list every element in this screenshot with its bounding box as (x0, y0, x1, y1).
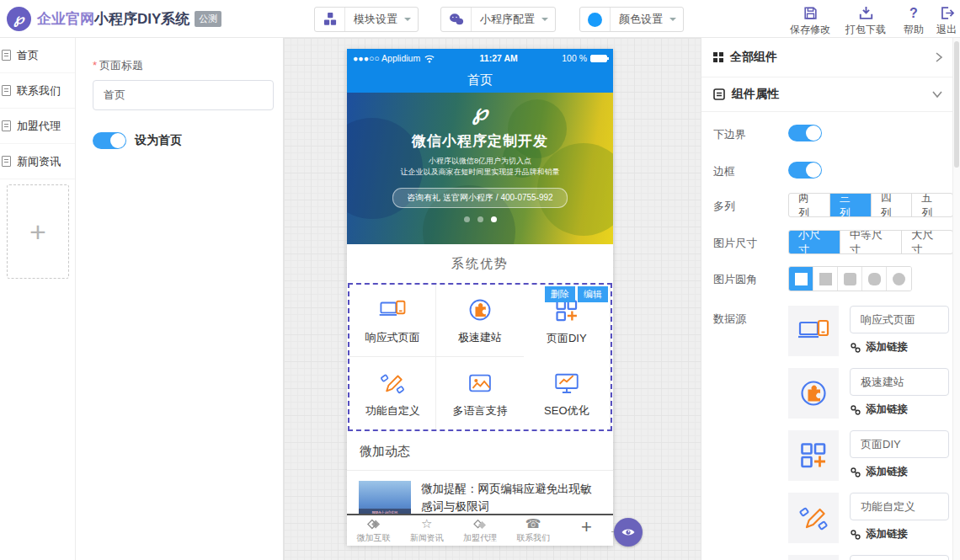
bottom-border-label: 下边界 (713, 127, 746, 142)
radius-option-medium[interactable] (862, 267, 887, 291)
battery-icon (590, 55, 607, 62)
exit-label: 退出 (933, 23, 960, 37)
phone-icon: ☎ (525, 517, 541, 531)
custom-function-icon (378, 369, 407, 397)
tab-agency[interactable]: 加盟代理 (453, 517, 506, 544)
sidebar-item-label: 首页 (17, 48, 39, 63)
set-home-toggle[interactable] (93, 132, 126, 149)
custom-function-icon (788, 493, 839, 543)
sidebar-item-contact[interactable]: 联系我们 (0, 73, 75, 109)
sidebar-item-label: 加盟代理 (17, 119, 61, 134)
tab-contact[interactable]: ☎ 联系我们 (507, 517, 560, 544)
columns-option-3-selected[interactable]: 三列 (830, 194, 872, 216)
plus-icon: + (29, 216, 46, 248)
page-icon (2, 120, 11, 131)
datasource-title-input[interactable] (850, 555, 949, 560)
columns-option-5[interactable]: 五列 (912, 194, 952, 216)
image-size-small-selected[interactable]: 小尺寸 (789, 231, 840, 253)
radius-option-small[interactable] (838, 267, 862, 291)
save-icon (786, 4, 835, 21)
add-link-button[interactable]: 添加链接 (850, 465, 908, 479)
feature-cell-speed[interactable]: 极速建站 (436, 285, 523, 357)
columns-option-4[interactable]: 四列 (872, 194, 913, 216)
help-label: 帮助 (898, 23, 930, 37)
datasource-item-partial (788, 555, 950, 560)
help-button[interactable]: ? 帮助 (898, 4, 930, 37)
all-components-header[interactable]: 全部组件 (701, 38, 953, 77)
datasource-title-input[interactable] (850, 493, 949, 520)
sidebar-item-news[interactable]: 新闻资讯 (0, 144, 75, 179)
add-link-button[interactable]: 添加链接 (850, 403, 908, 417)
image-size-medium[interactable]: 中等尺寸 (840, 231, 902, 253)
bottom-border-toggle[interactable] (788, 125, 822, 141)
help-icon: ? (898, 4, 930, 21)
design-canvas: ●●●○○ Applidium 11:27 AM 100 % 首页 ℘ 微信小程… (284, 38, 701, 560)
feature-cell-responsive[interactable]: 响应式页面 (349, 285, 436, 357)
feature-cell-language[interactable]: 多语言支持 (436, 357, 523, 429)
carousel-dots[interactable] (347, 216, 613, 222)
sidebar-item-label: 联系我们 (17, 83, 61, 99)
sidebar-item-agency[interactable]: 加盟代理 (0, 109, 75, 144)
datasource-title-input[interactable] (850, 368, 949, 396)
download-button[interactable]: 打包下载 (841, 4, 890, 37)
star-icon: ☆ (421, 517, 432, 531)
list-icon (713, 88, 725, 100)
save-button[interactable]: 保存修改 (786, 4, 835, 37)
required-mark: * (93, 59, 97, 72)
columns-segmented-control: 两列 三列 四列 五列 (788, 193, 953, 217)
module-settings-button[interactable]: 模块设置 (314, 7, 419, 32)
tags-icon (472, 517, 488, 531)
tab-home[interactable]: 微加互联 (347, 517, 400, 544)
add-page-button[interactable]: + (7, 184, 69, 279)
page-title-input[interactable] (93, 80, 274, 110)
add-link-button[interactable]: 添加链接 (850, 340, 908, 355)
color-settings-button[interactable]: 颜色设置 (579, 7, 684, 32)
multi-language-icon (788, 555, 839, 560)
feature-cell-custom[interactable]: 功能自定义 (349, 357, 436, 429)
advantages-section-title: 系统优势 (347, 244, 613, 283)
app-logo-icon: ℘ (7, 7, 31, 31)
banner-cta-pill: 咨询有礼 送官网小程序 / 400-0755-992 (392, 188, 567, 208)
color-settings-label: 颜色设置 (611, 12, 669, 27)
border-toggle[interactable] (788, 162, 822, 179)
responsive-page-icon (378, 296, 407, 324)
image-size-large[interactable]: 大尺寸 (902, 231, 952, 253)
miniapp-config-button[interactable]: 小程序配置 (440, 7, 556, 32)
multi-language-icon (466, 369, 494, 397)
image-radius-label: 图片圆角 (713, 272, 757, 287)
tab-news[interactable]: ☆ 新闻资讯 (400, 517, 453, 544)
tab-add-button[interactable]: + (560, 524, 613, 538)
save-label: 保存修改 (786, 23, 835, 37)
datasource-title-input[interactable] (850, 430, 949, 458)
columns-option-2[interactable]: 两列 (789, 194, 830, 216)
sidebar-item-home[interactable]: 首页 (0, 38, 75, 73)
selection-badges: 删除 编辑 (545, 286, 608, 302)
preview-eye-button[interactable] (614, 518, 643, 547)
radius-option-circle[interactable] (887, 267, 911, 291)
cubes-icon (315, 8, 345, 31)
radius-option-none[interactable] (813, 267, 838, 291)
banner-slide[interactable]: ℘ 微信小程序定制开发 小程序以微信8亿用户为切入点 让企业以及商家在短时间里实… (347, 93, 613, 244)
component-properties-label: 组件属性 (732, 87, 925, 102)
all-components-label: 全部组件 (730, 50, 928, 65)
add-link-button[interactable]: 添加链接 (850, 527, 908, 541)
color-circle-icon (580, 8, 611, 31)
news-list-item[interactable]: 网站编辑 微加提醒：网页编辑应避免出现敏感词与极限词 (347, 471, 613, 520)
responsive-page-icon (788, 306, 839, 356)
delete-component-button[interactable]: 删除 (545, 286, 575, 302)
exit-button[interactable]: 退出 (933, 4, 960, 37)
datasource-item-responsive: 添加链接 (788, 306, 950, 356)
download-label: 打包下载 (841, 23, 890, 37)
inspector-scrollbar[interactable] (952, 38, 960, 560)
chain-icon (850, 342, 861, 354)
feature-cell-seo[interactable]: SEO优化 (524, 357, 611, 429)
edit-component-button[interactable]: 编辑 (578, 286, 608, 302)
radius-option-square-selected[interactable] (789, 267, 813, 291)
module-settings-label: 模块设置 (345, 12, 404, 27)
app-title: 企业官网小程序DIY系统公测 (37, 9, 221, 29)
dropdown-caret-icon (404, 18, 411, 24)
feature-grid-component-selected[interactable]: 删除 编辑 响应式页面 极速建站 页面DIY 功能自定义 多语言支持 (348, 283, 612, 431)
datasource-title-input[interactable] (850, 306, 949, 333)
component-properties-header[interactable]: 组件属性 (701, 77, 953, 112)
image-size-label: 图片尺寸 (713, 236, 757, 251)
